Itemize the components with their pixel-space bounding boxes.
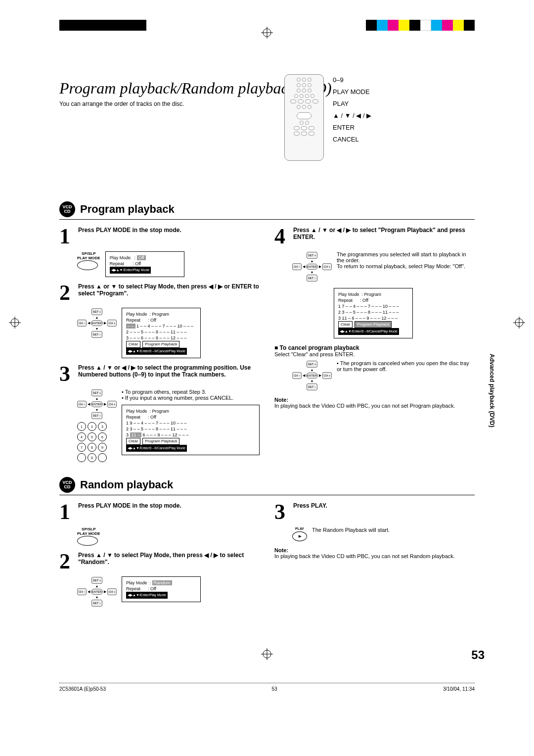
osd-screenshot-3: Play Mode : Program Repeat : Off 1 9 – –… [122,405,260,455]
disc-badge: VCD CD [59,201,75,217]
remote-labels: 0–9 PLAY MODE PLAY ▲ / ▼ / ◀ / ▶ ENTER C… [333,74,371,161]
play-button-diagram: PLAY ▶ [292,527,307,541]
step-3-text: Press ▲ / ▼ or ◀ / ▶ to select the progr… [78,364,260,384]
page-number: 53 [471,648,485,662]
print-footer: 2C53601A (E)p50-53 53 3/10/04, 11:34 [59,683,475,692]
step-number: 1 [59,227,74,246]
osd-screenshot-4: Play Mode : Program Repeat : Off 1 7 – –… [334,288,413,338]
section-heading-random: Random playback [80,478,173,491]
random-step-1-text: Press PLAY MODE in the stop mode. [78,502,260,522]
step-3-bullet: • To program others, repeat Step 3. [122,389,260,395]
play-mode-button-diagram: SP/SLP PLAY MODE [77,527,100,546]
side-tab-label: Advanced playback (DVD) [489,354,495,427]
random-step-3-text: Press PLAY. [293,502,475,522]
registration-mark-icon [261,27,273,39]
note-body: In playing back the Video CD with PBC, y… [274,553,475,559]
step-3-bullet: • If you input a wrong number, press CAN… [122,395,260,401]
step-2-text: Press ▲ or ▼ to select Play Mode, then p… [78,283,260,303]
registration-mark-icon [261,648,273,660]
osd-random: Play Mode : Random Repeat : Off ◀▶▲▼/Ent… [122,576,201,602]
page-title: Program playback/Random playback (CD) [59,79,475,97]
dpad-diagram: SET + ▲ CH –◀ENTER▶CH + ▼ SET – [77,308,117,338]
osd-screenshot-1: Play Mode : Off Repeat : Off ◀▶▲▼/Enter/… [105,251,184,277]
dpad-diagram: SET + ▲ CH –◀ENTER▶CH + ▼ SET – [292,360,332,391]
cancel-heading: ■ To cancel program playback [274,344,475,351]
step-number: 1 [59,502,74,522]
random-step-2-text: Press ▲ / ▼ to select Play Mode, then pr… [78,552,260,571]
note-label: Note: [274,397,475,403]
step-4-body: The programmes you selected will start t… [337,251,475,269]
dpad-diagram: SET + ▲ CH –◀ENTER▶CH + ▼ SET – [292,251,332,282]
dpad-numpad-diagram: SET + ▲ CH –◀ENTER▶CH + ▼ SET – 123 456 … [77,389,117,462]
step-4-text: Press ▲ / ▼ or ◀ / ▶ to select "Program … [293,227,475,246]
page-subtitle: You can arrange the order of tracks on t… [59,100,475,107]
step-number: 2 [59,552,74,571]
note-body: In playing back the Video CD with PBC, y… [274,403,475,409]
registration-mark-icon [513,317,525,329]
step-number: 2 [59,283,74,303]
step-number: 4 [274,227,289,246]
dpad-diagram: SET + ▲ CH –◀ENTER▶CH + ▼ SET – [77,576,117,607]
remote-control-diagram [284,74,324,161]
section-heading-program: Program playback [80,203,175,216]
step-number: 3 [59,364,74,384]
play-mode-button-diagram: SP/SLP PLAY MODE [77,251,100,270]
osd-screenshot-2: Play Mode : Program Repeat : Off – – 1 –… [122,308,201,358]
step-number: 3 [274,502,289,522]
note-label: Note: [274,547,475,553]
disc-badge: VCD CD [59,477,75,493]
cancel-bullet: • The program is canceled when you open … [337,360,475,372]
registration-mark-icon [9,317,21,329]
random-step-3-body: The Random Playback will start. [312,527,390,533]
step-1-text: Press PLAY MODE in the stop mode. [78,227,260,246]
cancel-body: Select "Clear" and press ENTER. [274,351,475,357]
